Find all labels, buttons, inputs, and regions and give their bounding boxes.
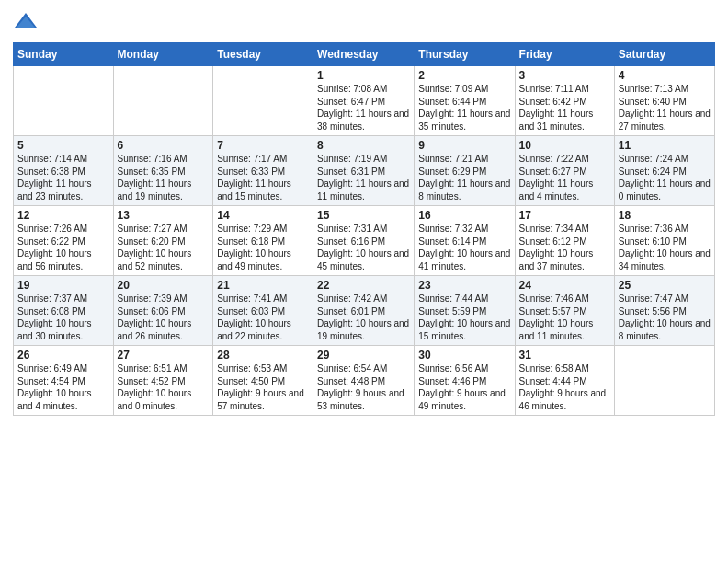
page-container: SundayMondayTuesdayWednesdayThursdayFrid… — [0, 0, 728, 425]
day-number: 15 — [317, 209, 410, 222]
calendar-cell: 11Sunrise: 7:24 AM Sunset: 6:24 PM Dayli… — [614, 136, 714, 206]
calendar-day-header: Saturday — [614, 43, 714, 66]
calendar-cell: 16Sunrise: 7:32 AM Sunset: 6:14 PM Dayli… — [415, 206, 515, 276]
day-number: 19 — [17, 279, 109, 292]
day-number: 24 — [519, 279, 610, 292]
calendar-cell: 26Sunrise: 6:49 AM Sunset: 4:54 PM Dayli… — [14, 346, 114, 416]
calendar-cell: 2Sunrise: 7:09 AM Sunset: 6:44 PM Daylig… — [415, 66, 515, 136]
cell-content: Sunrise: 7:29 AM Sunset: 6:18 PM Dayligh… — [217, 223, 309, 272]
calendar-cell: 31Sunrise: 6:58 AM Sunset: 4:44 PM Dayli… — [515, 346, 614, 416]
calendar-cell: 21Sunrise: 7:41 AM Sunset: 6:03 PM Dayli… — [213, 276, 313, 346]
cell-content: Sunrise: 7:46 AM Sunset: 5:57 PM Dayligh… — [519, 293, 610, 342]
calendar-cell: 4Sunrise: 7:13 AM Sunset: 6:40 PM Daylig… — [614, 66, 714, 136]
cell-content: Sunrise: 6:56 AM Sunset: 4:46 PM Dayligh… — [418, 362, 510, 412]
day-number: 7 — [217, 139, 309, 152]
logo-icon — [13, 9, 39, 35]
calendar-day-header: Wednesday — [313, 43, 415, 66]
day-number: 27 — [118, 349, 210, 362]
cell-content: Sunrise: 7:32 AM Sunset: 6:14 PM Dayligh… — [418, 223, 510, 272]
cell-content: Sunrise: 7:21 AM Sunset: 6:29 PM Dayligh… — [418, 153, 510, 202]
calendar-cell — [614, 346, 714, 416]
calendar-cell: 15Sunrise: 7:31 AM Sunset: 6:16 PM Dayli… — [313, 206, 415, 276]
calendar-cell: 12Sunrise: 7:26 AM Sunset: 6:22 PM Dayli… — [14, 206, 114, 276]
calendar-cell: 6Sunrise: 7:16 AM Sunset: 6:35 PM Daylig… — [113, 136, 213, 206]
day-number: 26 — [17, 349, 109, 362]
cell-content: Sunrise: 7:11 AM Sunset: 6:42 PM Dayligh… — [519, 83, 610, 132]
day-number: 14 — [217, 209, 309, 222]
cell-content: Sunrise: 7:34 AM Sunset: 6:12 PM Dayligh… — [519, 223, 610, 272]
cell-content: Sunrise: 7:08 AM Sunset: 6:47 PM Dayligh… — [317, 83, 410, 132]
cell-content: Sunrise: 7:37 AM Sunset: 6:08 PM Dayligh… — [17, 293, 109, 342]
calendar-cell: 19Sunrise: 7:37 AM Sunset: 6:08 PM Dayli… — [14, 276, 114, 346]
calendar-cell: 13Sunrise: 7:27 AM Sunset: 6:20 PM Dayli… — [113, 206, 213, 276]
calendar-day-header: Sunday — [14, 43, 114, 66]
calendar-cell: 5Sunrise: 7:14 AM Sunset: 6:38 PM Daylig… — [14, 136, 114, 206]
calendar-cell: 9Sunrise: 7:21 AM Sunset: 6:29 PM Daylig… — [415, 136, 515, 206]
calendar-day-header: Thursday — [415, 43, 515, 66]
day-number: 23 — [418, 279, 510, 292]
calendar-cell: 30Sunrise: 6:56 AM Sunset: 4:46 PM Dayli… — [415, 346, 515, 416]
cell-content: Sunrise: 7:22 AM Sunset: 6:27 PM Dayligh… — [519, 153, 610, 202]
cell-content: Sunrise: 6:54 AM Sunset: 4:48 PM Dayligh… — [317, 362, 410, 412]
cell-content: Sunrise: 7:09 AM Sunset: 6:44 PM Dayligh… — [418, 83, 510, 132]
calendar-cell: 7Sunrise: 7:17 AM Sunset: 6:33 PM Daylig… — [213, 136, 313, 206]
calendar-cell: 24Sunrise: 7:46 AM Sunset: 5:57 PM Dayli… — [515, 276, 614, 346]
calendar-week-row: 1Sunrise: 7:08 AM Sunset: 6:47 PM Daylig… — [14, 66, 715, 136]
cell-content: Sunrise: 7:27 AM Sunset: 6:20 PM Dayligh… — [118, 223, 210, 272]
day-number: 18 — [619, 209, 711, 222]
calendar-cell: 28Sunrise: 6:53 AM Sunset: 4:50 PM Dayli… — [213, 346, 313, 416]
calendar-week-row: 26Sunrise: 6:49 AM Sunset: 4:54 PM Dayli… — [14, 346, 715, 416]
calendar-week-row: 5Sunrise: 7:14 AM Sunset: 6:38 PM Daylig… — [14, 136, 715, 206]
day-number: 17 — [519, 209, 610, 222]
calendar-week-row: 12Sunrise: 7:26 AM Sunset: 6:22 PM Dayli… — [14, 206, 715, 276]
day-number: 16 — [418, 209, 510, 222]
cell-content: Sunrise: 7:13 AM Sunset: 6:40 PM Dayligh… — [619, 83, 711, 132]
header — [13, 9, 715, 35]
cell-content: Sunrise: 7:42 AM Sunset: 6:01 PM Dayligh… — [317, 293, 410, 342]
day-number: 5 — [17, 139, 109, 152]
cell-content: Sunrise: 7:41 AM Sunset: 6:03 PM Dayligh… — [217, 293, 309, 342]
day-number: 20 — [118, 279, 210, 292]
day-number: 6 — [118, 139, 210, 152]
day-number: 25 — [619, 279, 711, 292]
calendar-cell: 10Sunrise: 7:22 AM Sunset: 6:27 PM Dayli… — [515, 136, 614, 206]
day-number: 11 — [619, 139, 711, 152]
cell-content: Sunrise: 6:58 AM Sunset: 4:44 PM Dayligh… — [519, 362, 610, 412]
cell-content: Sunrise: 7:19 AM Sunset: 6:31 PM Dayligh… — [317, 153, 410, 202]
cell-content: Sunrise: 6:53 AM Sunset: 4:50 PM Dayligh… — [217, 362, 309, 412]
calendar-cell — [14, 66, 114, 136]
calendar-day-header: Monday — [113, 43, 213, 66]
calendar-week-row: 19Sunrise: 7:37 AM Sunset: 6:08 PM Dayli… — [14, 276, 715, 346]
calendar-table: SundayMondayTuesdayWednesdayThursdayFrid… — [13, 42, 715, 416]
calendar-cell: 18Sunrise: 7:36 AM Sunset: 6:10 PM Dayli… — [614, 206, 714, 276]
day-number: 28 — [217, 349, 309, 362]
day-number: 29 — [317, 349, 410, 362]
calendar-day-header: Friday — [515, 43, 614, 66]
day-number: 1 — [317, 69, 410, 82]
cell-content: Sunrise: 7:26 AM Sunset: 6:22 PM Dayligh… — [17, 223, 109, 272]
cell-content: Sunrise: 7:24 AM Sunset: 6:24 PM Dayligh… — [619, 153, 711, 202]
cell-content: Sunrise: 7:36 AM Sunset: 6:10 PM Dayligh… — [619, 223, 711, 272]
day-number: 8 — [317, 139, 410, 152]
day-number: 9 — [418, 139, 510, 152]
calendar-cell: 14Sunrise: 7:29 AM Sunset: 6:18 PM Dayli… — [213, 206, 313, 276]
calendar-cell: 27Sunrise: 6:51 AM Sunset: 4:52 PM Dayli… — [113, 346, 213, 416]
logo — [13, 9, 40, 35]
calendar-cell: 20Sunrise: 7:39 AM Sunset: 6:06 PM Dayli… — [113, 276, 213, 346]
day-number: 30 — [418, 349, 510, 362]
calendar-cell: 29Sunrise: 6:54 AM Sunset: 4:48 PM Dayli… — [313, 346, 415, 416]
day-number: 31 — [519, 349, 610, 362]
calendar-day-header: Tuesday — [213, 43, 313, 66]
day-number: 10 — [519, 139, 610, 152]
day-number: 2 — [418, 69, 510, 82]
day-number: 12 — [17, 209, 109, 222]
calendar-cell: 8Sunrise: 7:19 AM Sunset: 6:31 PM Daylig… — [313, 136, 415, 206]
day-number: 4 — [619, 69, 711, 82]
cell-content: Sunrise: 6:49 AM Sunset: 4:54 PM Dayligh… — [17, 362, 109, 412]
cell-content: Sunrise: 7:47 AM Sunset: 5:56 PM Dayligh… — [619, 293, 711, 342]
cell-content: Sunrise: 6:51 AM Sunset: 4:52 PM Dayligh… — [118, 362, 210, 412]
cell-content: Sunrise: 7:17 AM Sunset: 6:33 PM Dayligh… — [217, 153, 309, 202]
cell-content: Sunrise: 7:14 AM Sunset: 6:38 PM Dayligh… — [17, 153, 109, 202]
calendar-header-row: SundayMondayTuesdayWednesdayThursdayFrid… — [14, 43, 715, 66]
cell-content: Sunrise: 7:39 AM Sunset: 6:06 PM Dayligh… — [118, 293, 210, 342]
